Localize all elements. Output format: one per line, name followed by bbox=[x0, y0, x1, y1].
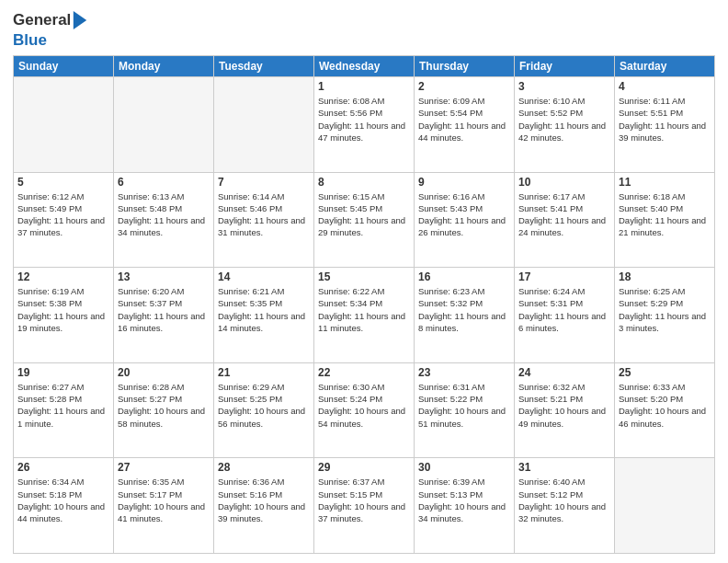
calendar-day-cell: 24Sunrise: 6:32 AM Sunset: 5:21 PM Dayli… bbox=[515, 362, 615, 458]
day-number: 8 bbox=[318, 176, 410, 189]
day-info: Sunrise: 6:18 AM Sunset: 5:40 PM Dayligh… bbox=[619, 190, 711, 239]
calendar-day-cell bbox=[114, 77, 214, 173]
weekday-header: Saturday bbox=[615, 56, 715, 77]
day-number: 5 bbox=[17, 176, 109, 189]
logo-blue-text: Blue bbox=[13, 31, 88, 50]
calendar-day-cell: 14Sunrise: 6:21 AM Sunset: 5:35 PM Dayli… bbox=[214, 268, 314, 363]
calendar-day-cell: 5Sunrise: 6:12 AM Sunset: 5:49 PM Daylig… bbox=[14, 172, 114, 268]
day-number: 25 bbox=[619, 366, 711, 379]
day-number: 15 bbox=[318, 270, 410, 283]
day-info: Sunrise: 6:11 AM Sunset: 5:51 PM Dayligh… bbox=[619, 95, 711, 144]
day-info: Sunrise: 6:14 AM Sunset: 5:46 PM Dayligh… bbox=[218, 190, 310, 239]
calendar-day-cell: 1Sunrise: 6:08 AM Sunset: 5:56 PM Daylig… bbox=[314, 77, 415, 173]
calendar-day-cell: 4Sunrise: 6:11 AM Sunset: 5:51 PM Daylig… bbox=[615, 77, 715, 173]
calendar-day-cell: 12Sunrise: 6:19 AM Sunset: 5:38 PM Dayli… bbox=[14, 268, 114, 363]
day-info: Sunrise: 6:09 AM Sunset: 5:54 PM Dayligh… bbox=[418, 95, 510, 144]
calendar-day-cell: 23Sunrise: 6:31 AM Sunset: 5:22 PM Dayli… bbox=[415, 362, 515, 458]
day-number: 30 bbox=[418, 461, 510, 474]
weekday-header: Tuesday bbox=[214, 56, 314, 77]
calendar-day-cell: 16Sunrise: 6:23 AM Sunset: 5:32 PM Dayli… bbox=[415, 268, 515, 363]
day-number: 11 bbox=[619, 176, 711, 189]
calendar-day-cell bbox=[214, 77, 314, 173]
weekday-header: Sunday bbox=[14, 56, 114, 77]
day-info: Sunrise: 6:22 AM Sunset: 5:34 PM Dayligh… bbox=[318, 285, 410, 334]
day-number: 19 bbox=[17, 366, 109, 379]
calendar-week-row: 12Sunrise: 6:19 AM Sunset: 5:38 PM Dayli… bbox=[14, 268, 715, 363]
calendar-day-cell: 3Sunrise: 6:10 AM Sunset: 5:52 PM Daylig… bbox=[515, 77, 615, 173]
day-info: Sunrise: 6:39 AM Sunset: 5:13 PM Dayligh… bbox=[418, 476, 510, 524]
calendar-day-cell: 2Sunrise: 6:09 AM Sunset: 5:54 PM Daylig… bbox=[415, 77, 515, 173]
day-number: 24 bbox=[518, 366, 610, 379]
calendar-day-cell: 13Sunrise: 6:20 AM Sunset: 5:37 PM Dayli… bbox=[114, 268, 214, 363]
calendar-day-cell: 17Sunrise: 6:24 AM Sunset: 5:31 PM Dayli… bbox=[515, 268, 615, 363]
day-info: Sunrise: 6:19 AM Sunset: 5:38 PM Dayligh… bbox=[17, 285, 109, 334]
day-info: Sunrise: 6:17 AM Sunset: 5:41 PM Dayligh… bbox=[518, 190, 610, 239]
calendar-day-cell: 20Sunrise: 6:28 AM Sunset: 5:27 PM Dayli… bbox=[114, 362, 214, 458]
day-info: Sunrise: 6:30 AM Sunset: 5:24 PM Dayligh… bbox=[318, 381, 410, 430]
calendar-week-row: 26Sunrise: 6:34 AM Sunset: 5:18 PM Dayli… bbox=[14, 458, 715, 554]
calendar-day-cell: 18Sunrise: 6:25 AM Sunset: 5:29 PM Dayli… bbox=[615, 268, 715, 363]
day-number: 12 bbox=[17, 270, 109, 283]
day-info: Sunrise: 6:31 AM Sunset: 5:22 PM Dayligh… bbox=[418, 381, 510, 430]
day-number: 6 bbox=[118, 176, 210, 189]
day-info: Sunrise: 6:37 AM Sunset: 5:15 PM Dayligh… bbox=[318, 476, 410, 524]
day-number: 18 bbox=[619, 270, 711, 283]
day-number: 27 bbox=[118, 461, 210, 474]
day-info: Sunrise: 6:23 AM Sunset: 5:32 PM Dayligh… bbox=[418, 285, 510, 334]
day-info: Sunrise: 6:10 AM Sunset: 5:52 PM Dayligh… bbox=[518, 95, 610, 144]
calendar-day-cell: 27Sunrise: 6:35 AM Sunset: 5:17 PM Dayli… bbox=[114, 458, 214, 554]
logo: General Blue bbox=[13, 9, 88, 50]
day-info: Sunrise: 6:32 AM Sunset: 5:21 PM Dayligh… bbox=[518, 381, 610, 430]
day-number: 29 bbox=[318, 461, 410, 474]
calendar-day-cell: 25Sunrise: 6:33 AM Sunset: 5:20 PM Dayli… bbox=[615, 362, 715, 458]
calendar-day-cell bbox=[615, 458, 715, 554]
day-number: 26 bbox=[17, 461, 109, 474]
day-info: Sunrise: 6:40 AM Sunset: 5:12 PM Dayligh… bbox=[518, 476, 610, 524]
calendar-day-cell: 19Sunrise: 6:27 AM Sunset: 5:28 PM Dayli… bbox=[14, 362, 114, 458]
day-info: Sunrise: 6:33 AM Sunset: 5:20 PM Dayligh… bbox=[619, 381, 711, 430]
calendar-day-cell: 28Sunrise: 6:36 AM Sunset: 5:16 PM Dayli… bbox=[214, 458, 314, 554]
day-info: Sunrise: 6:28 AM Sunset: 5:27 PM Dayligh… bbox=[118, 381, 210, 430]
day-info: Sunrise: 6:21 AM Sunset: 5:35 PM Dayligh… bbox=[218, 285, 310, 334]
weekday-header: Thursday bbox=[415, 56, 515, 77]
weekday-header: Friday bbox=[515, 56, 615, 77]
day-number: 3 bbox=[518, 80, 610, 93]
day-number: 9 bbox=[418, 176, 510, 189]
day-number: 28 bbox=[218, 461, 310, 474]
day-number: 7 bbox=[218, 176, 310, 189]
day-number: 10 bbox=[518, 176, 610, 189]
svg-marker-0 bbox=[74, 11, 86, 29]
day-number: 17 bbox=[518, 270, 610, 283]
day-info: Sunrise: 6:24 AM Sunset: 5:31 PM Dayligh… bbox=[518, 285, 610, 334]
day-info: Sunrise: 6:27 AM Sunset: 5:28 PM Dayligh… bbox=[17, 381, 109, 430]
calendar-day-cell: 15Sunrise: 6:22 AM Sunset: 5:34 PM Dayli… bbox=[314, 268, 415, 363]
day-info: Sunrise: 6:12 AM Sunset: 5:49 PM Dayligh… bbox=[17, 190, 109, 239]
day-number: 21 bbox=[218, 366, 310, 379]
day-number: 4 bbox=[619, 80, 711, 93]
day-info: Sunrise: 6:15 AM Sunset: 5:45 PM Dayligh… bbox=[318, 190, 410, 239]
calendar-day-cell: 6Sunrise: 6:13 AM Sunset: 5:48 PM Daylig… bbox=[114, 172, 214, 268]
logo-icon bbox=[72, 9, 88, 31]
calendar-day-cell bbox=[14, 77, 114, 173]
day-number: 2 bbox=[418, 80, 510, 93]
day-info: Sunrise: 6:34 AM Sunset: 5:18 PM Dayligh… bbox=[17, 476, 109, 524]
day-number: 20 bbox=[118, 366, 210, 379]
calendar-day-cell: 21Sunrise: 6:29 AM Sunset: 5:25 PM Dayli… bbox=[214, 362, 314, 458]
calendar-day-cell: 8Sunrise: 6:15 AM Sunset: 5:45 PM Daylig… bbox=[314, 172, 415, 268]
day-number: 22 bbox=[318, 366, 410, 379]
day-info: Sunrise: 6:29 AM Sunset: 5:25 PM Dayligh… bbox=[218, 381, 310, 430]
day-number: 13 bbox=[118, 270, 210, 283]
calendar-week-row: 5Sunrise: 6:12 AM Sunset: 5:49 PM Daylig… bbox=[14, 172, 715, 268]
calendar-day-cell: 26Sunrise: 6:34 AM Sunset: 5:18 PM Dayli… bbox=[14, 458, 114, 554]
calendar-day-cell: 7Sunrise: 6:14 AM Sunset: 5:46 PM Daylig… bbox=[214, 172, 314, 268]
day-number: 31 bbox=[518, 461, 610, 474]
calendar-day-cell: 30Sunrise: 6:39 AM Sunset: 5:13 PM Dayli… bbox=[415, 458, 515, 554]
page-container: General Blue SundayMondayTuesdayWednesda… bbox=[0, 0, 728, 563]
day-info: Sunrise: 6:36 AM Sunset: 5:16 PM Dayligh… bbox=[218, 476, 310, 524]
day-info: Sunrise: 6:25 AM Sunset: 5:29 PM Dayligh… bbox=[619, 285, 711, 334]
day-info: Sunrise: 6:20 AM Sunset: 5:37 PM Dayligh… bbox=[118, 285, 210, 334]
header: General Blue bbox=[13, 9, 715, 50]
day-info: Sunrise: 6:16 AM Sunset: 5:43 PM Dayligh… bbox=[418, 190, 510, 239]
calendar-header-row: SundayMondayTuesdayWednesdayThursdayFrid… bbox=[14, 56, 715, 77]
calendar-day-cell: 31Sunrise: 6:40 AM Sunset: 5:12 PM Dayli… bbox=[515, 458, 615, 554]
